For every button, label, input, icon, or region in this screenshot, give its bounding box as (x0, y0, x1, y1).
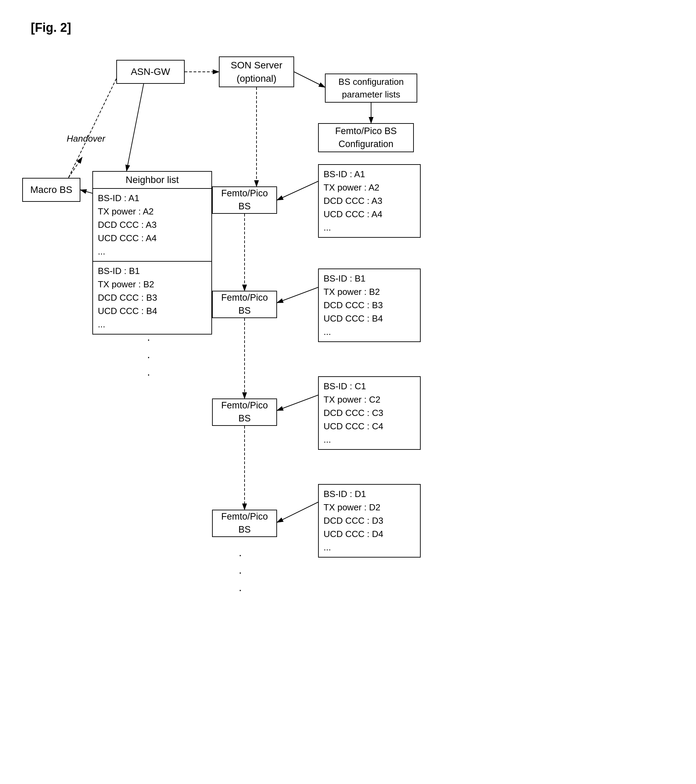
bs-config-param-box: BS configurationparameter lists (325, 74, 417, 103)
svg-line-9 (81, 190, 92, 193)
neighbor-list-title: Neighbor list (93, 172, 211, 189)
macro-bs-box: Macro BS (22, 178, 81, 202)
neighbor-list-dots: ... (147, 328, 150, 381)
femto-bs-b-box: Femto/PicoBS (212, 291, 277, 318)
neighbor-list-section-a: BS-ID : A1 TX power : A2 DCD CCC : A3 UC… (93, 189, 211, 262)
neighbor-list-section-b: BS-ID : B1 TX power : B2 DCD CCC : B3 UC… (93, 262, 211, 334)
neighbor-list-box: Neighbor list BS-ID : A1 TX power : A2 D… (92, 171, 212, 334)
svg-line-7 (68, 79, 116, 178)
config-b-box: BS-ID : B1 TX power : B2 DCD CCC : B3 UC… (318, 268, 421, 342)
config-c-box: BS-ID : C1 TX power : C2 DCD CCC : C3 UC… (318, 376, 421, 450)
femto-dots: ... (239, 544, 242, 596)
femto-bs-c-box: Femto/PicoBS (212, 399, 277, 426)
handover-label: Handover (67, 133, 105, 144)
svg-line-11 (277, 287, 318, 303)
svg-line-12 (277, 395, 318, 410)
config-a-box: BS-ID : A1 TX power : A2 DCD CCC : A3 UC… (318, 164, 421, 238)
femto-bs-d-box: Femto/PicoBS (212, 510, 277, 537)
config-d-box: BS-ID : D1 TX power : D2 DCD CCC : D3 UC… (318, 484, 421, 558)
femto-pico-config-title-box: Femto/Pico BSConfiguration (318, 123, 414, 152)
svg-line-4 (294, 72, 325, 87)
femto-bs-a-box: Femto/PicoBS (212, 186, 277, 214)
svg-line-6 (127, 84, 144, 171)
fig-label: [Fig. 2] (31, 21, 71, 35)
svg-line-8 (68, 157, 82, 178)
asn-gw-box: ASN-GW (116, 60, 185, 84)
son-server-box: SON Server(optional) (219, 56, 294, 87)
svg-line-13 (277, 502, 318, 522)
svg-line-10 (277, 181, 318, 200)
